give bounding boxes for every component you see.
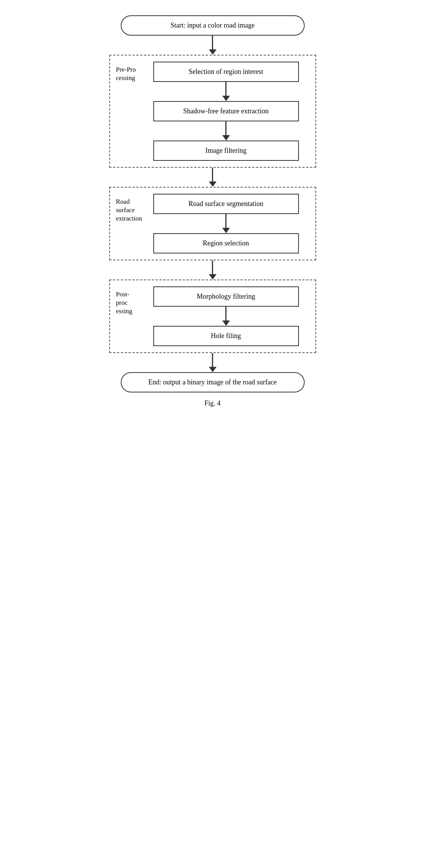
step-road-surface-segmentation: Road surface segmentation	[153, 194, 299, 214]
step-selection-region: Selection of region interest	[153, 62, 299, 82]
arrow-2	[222, 121, 230, 141]
arrow-postprocessing-to-end	[209, 353, 217, 372]
flowchart-container: Start: input a color road image Pre-Proc…	[105, 8, 320, 415]
arrow-preprocessing-to-roadsurface	[209, 168, 217, 187]
pre-processing-section: Pre-Processing Selection of region inter…	[109, 55, 316, 168]
step-shadow-free: Shadow-free feature extraction	[153, 101, 299, 121]
post-processing-label: Post-processing	[116, 286, 143, 315]
arrow-1	[222, 82, 230, 101]
pre-processing-content: Selection of region interest Shadow-free…	[143, 62, 309, 161]
arrow-start-to-preprocessing	[209, 36, 217, 55]
step-morphology-filtering: Morphology filtering	[153, 286, 299, 307]
figure-label: Fig. 4	[204, 399, 220, 407]
road-surface-content: Road surface segmentation Region selecti…	[143, 194, 309, 253]
step-region-selection: Region selection	[153, 233, 299, 253]
start-node: Start: input a color road image	[121, 15, 305, 36]
pre-processing-label: Pre-Processing	[116, 62, 143, 82]
arrow-3	[222, 214, 230, 233]
step-image-filtering: Image filtering	[153, 141, 299, 161]
post-processing-content: Morphology filtering Hole filing	[143, 286, 309, 346]
end-node: End: output a binary image of the road s…	[121, 372, 305, 392]
road-surface-label: Roadsurfaceextraction	[116, 194, 143, 223]
arrow-roadsurface-to-postprocessing	[209, 260, 217, 280]
post-processing-section: Post-processing Morphology filtering Hol…	[109, 280, 316, 353]
step-hole-filing: Hole filing	[153, 326, 299, 346]
arrow-4	[222, 307, 230, 326]
road-surface-section: Roadsurfaceextraction Road surface segme…	[109, 187, 316, 260]
